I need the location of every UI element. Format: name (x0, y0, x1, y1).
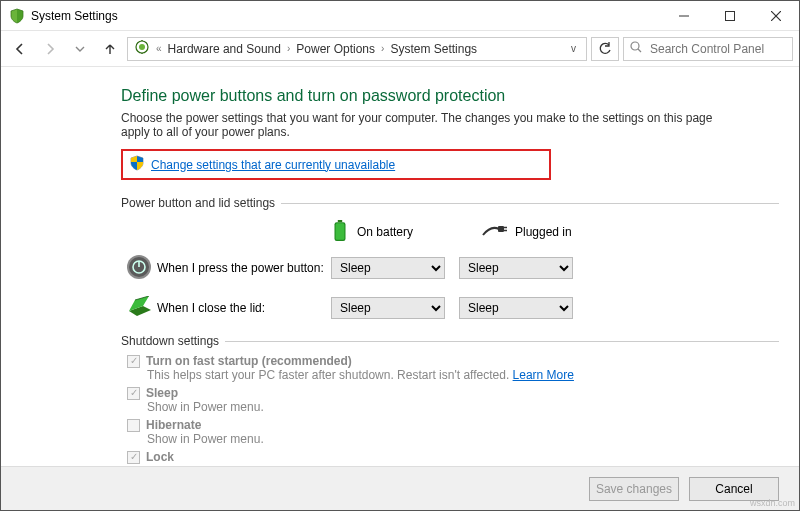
sleep-label: Sleep (146, 386, 178, 400)
shutdown-settings-list: ✓ Turn on fast startup (recommended) Thi… (121, 354, 779, 464)
change-settings-highlight: Change settings that are currently unava… (121, 149, 551, 180)
svg-rect-11 (498, 226, 504, 232)
navbar: « Hardware and Sound › Power Options › S… (1, 31, 799, 67)
learn-more-link[interactable]: Learn More (513, 368, 574, 382)
watermark: wsxdn.com (750, 498, 795, 508)
svg-point-5 (139, 44, 145, 50)
refresh-button[interactable] (591, 37, 619, 61)
breadcrumb-seg-0[interactable]: Hardware and Sound (168, 42, 281, 56)
power-options-icon (134, 39, 150, 58)
breadcrumb-root-chev[interactable]: « (154, 43, 164, 54)
svg-line-7 (638, 49, 641, 52)
search-icon (630, 41, 642, 56)
window: System Settings (0, 0, 800, 511)
plug-icon (481, 223, 507, 242)
cancel-button[interactable]: Cancel (689, 477, 779, 501)
titlebar: System Settings (1, 1, 799, 31)
window-title: System Settings (31, 9, 118, 23)
hibernate-item: Hibernate Show in Power menu. (127, 418, 779, 446)
search-box[interactable] (623, 37, 793, 61)
change-settings-link[interactable]: Change settings that are currently unava… (151, 158, 395, 172)
lock-checkbox: ✓ (127, 451, 140, 464)
address-bar[interactable]: « Hardware and Sound › Power Options › S… (127, 37, 587, 61)
shield-icon (9, 8, 25, 24)
lid-icon (125, 296, 153, 321)
hibernate-label: Hibernate (146, 418, 201, 432)
breadcrumb-seg-1[interactable]: Power Options (296, 42, 375, 56)
maximize-button[interactable] (707, 1, 753, 31)
address-dropdown[interactable]: v (565, 43, 582, 54)
lock-item: ✓ Lock (127, 450, 779, 464)
breadcrumb-seg-2[interactable]: System Settings (390, 42, 477, 56)
hibernate-desc: Show in Power menu. (147, 432, 779, 446)
shutdown-section-title: Shutdown settings (121, 334, 779, 348)
fast-startup-label: Turn on fast startup (recommended) (146, 354, 352, 368)
lock-label: Lock (146, 450, 174, 464)
power-button-icon (126, 254, 152, 283)
power-button-battery-select[interactable]: Sleep (331, 257, 445, 279)
plugged-in-label: Plugged in (515, 225, 572, 239)
recent-dropdown[interactable] (67, 36, 93, 62)
search-input[interactable] (648, 41, 800, 57)
content-area: Define power buttons and turn on passwor… (1, 67, 799, 510)
on-battery-label: On battery (357, 225, 413, 239)
power-button-row: When I press the power button: Sleep Sle… (121, 248, 661, 288)
lid-battery-select[interactable]: Sleep (331, 297, 445, 319)
power-button-section-title: Power button and lid settings (121, 196, 779, 210)
power-button-plugged-select[interactable]: Sleep (459, 257, 573, 279)
save-button: Save changes (589, 477, 679, 501)
uac-shield-icon (129, 155, 145, 174)
close-button[interactable] (753, 1, 799, 31)
svg-rect-10 (336, 223, 345, 240)
sleep-desc: Show in Power menu. (147, 400, 779, 414)
back-button[interactable] (7, 36, 33, 62)
chevron-right-icon: › (285, 43, 292, 54)
svg-rect-8 (338, 220, 342, 222)
fast-startup-item: ✓ Turn on fast startup (recommended) Thi… (127, 354, 779, 382)
sleep-checkbox: ✓ (127, 387, 140, 400)
fast-startup-desc: This helps start your PC faster after sh… (147, 368, 509, 382)
battery-icon (331, 220, 349, 245)
power-button-grid: On battery Plugged in (121, 216, 661, 328)
forward-button[interactable] (37, 36, 63, 62)
fast-startup-checkbox: ✓ (127, 355, 140, 368)
page-intro: Choose the power settings that you want … (121, 111, 741, 139)
svg-point-6 (631, 42, 639, 50)
power-button-label: When I press the power button: (157, 261, 331, 275)
window-controls (661, 1, 799, 31)
lid-row: When I close the lid: Sleep Sleep (121, 288, 661, 328)
minimize-button[interactable] (661, 1, 707, 31)
svg-rect-1 (726, 11, 735, 20)
lid-plugged-select[interactable]: Sleep (459, 297, 573, 319)
page-title: Define power buttons and turn on passwor… (121, 87, 779, 105)
lid-label: When I close the lid: (157, 301, 331, 315)
up-button[interactable] (97, 36, 123, 62)
chevron-right-icon: › (379, 43, 386, 54)
footer: Save changes Cancel (1, 466, 799, 510)
hibernate-checkbox (127, 419, 140, 432)
sleep-item: ✓ Sleep Show in Power menu. (127, 386, 779, 414)
